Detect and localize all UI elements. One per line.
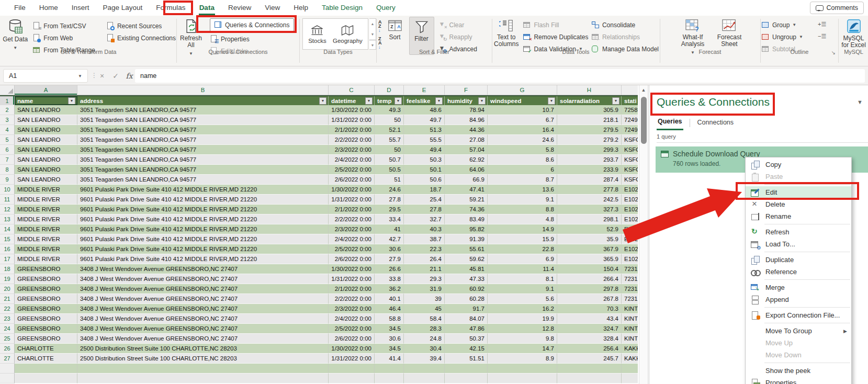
cell[interactable]: 233.9 bbox=[557, 165, 622, 175]
cell[interactable]: 9601 Pulaski Park Drive Suite 410 412 MI… bbox=[77, 195, 329, 205]
header-cell-feelslike[interactable]: feelslike▼ bbox=[404, 96, 445, 105]
row-header-27[interactable]: 27 bbox=[0, 354, 15, 364]
column-header-D[interactable]: D bbox=[375, 85, 404, 95]
cell[interactable]: 40.1 bbox=[375, 294, 404, 304]
menu-item-move-to-group[interactable]: Move To Group▶ bbox=[746, 325, 851, 337]
cell[interactable]: 47.86 bbox=[445, 324, 488, 334]
cell[interactable]: KSFC bbox=[622, 165, 638, 175]
cell[interactable]: 84.96 bbox=[445, 115, 488, 125]
row-header-14[interactable]: 14 bbox=[0, 224, 15, 234]
cell[interactable]: 3408 J West Wendover Avenue GREENSBORO,N… bbox=[77, 264, 329, 274]
comments-button[interactable]: Comments bbox=[810, 2, 864, 14]
cell[interactable]: 9.8 bbox=[488, 334, 557, 344]
cell[interactable]: 21.1 bbox=[404, 264, 445, 274]
cell[interactable]: 324.7 bbox=[557, 324, 622, 334]
filter-dropdown-icon[interactable]: ▼ bbox=[68, 97, 75, 105]
cell[interactable]: E102 bbox=[622, 234, 638, 244]
row-header-22[interactable]: 22 bbox=[0, 304, 15, 314]
row-header-8[interactable]: 8 bbox=[0, 165, 15, 175]
ungroup-button[interactable]: Ungroup ▼ bbox=[761, 31, 818, 43]
cell[interactable]: 279.2 bbox=[557, 135, 622, 145]
cell[interactable]: 50.3 bbox=[404, 155, 445, 165]
cell[interactable]: 14.9 bbox=[488, 224, 557, 234]
cell[interactable]: 3408 J West Wendover Avenue GREENSBORO,N… bbox=[77, 294, 329, 304]
cell[interactable]: 3051 Teagarden SAN LEANDRO,CA 94577 bbox=[77, 165, 329, 175]
cell[interactable]: 2/2/2022 0:00 bbox=[329, 294, 375, 304]
cell[interactable]: 293.7 bbox=[557, 155, 622, 165]
cell[interactable]: 16.4 bbox=[488, 125, 557, 135]
enter-icon[interactable]: ✓ bbox=[110, 72, 121, 80]
cell[interactable]: 9601 Pulaski Park Drive Suite 410 412 MI… bbox=[77, 234, 329, 244]
cell[interactable]: 1/30/2022 0:00 bbox=[329, 105, 375, 115]
cell[interactable]: 150.4 bbox=[557, 264, 622, 274]
cell[interactable]: 3051 Teagarden SAN LEANDRO,CA 94577 bbox=[77, 115, 329, 125]
cell[interactable]: 33.8 bbox=[375, 274, 404, 284]
header-cell-address[interactable]: address▼ bbox=[77, 96, 329, 105]
cell[interactable]: 9.1 bbox=[488, 284, 557, 294]
cell[interactable]: 41.4 bbox=[375, 354, 404, 364]
cell[interactable]: 2/5/2022 0:00 bbox=[329, 165, 375, 175]
cell[interactable]: 9.1 bbox=[488, 195, 557, 205]
cell[interactable]: 38.7 bbox=[404, 234, 445, 244]
row-header-9[interactable]: 9 bbox=[0, 175, 15, 185]
cell[interactable]: MIDDLE RIVER bbox=[15, 185, 77, 195]
filter-dropdown-icon[interactable]: ▼ bbox=[478, 97, 486, 105]
cell[interactable]: 52.1 bbox=[375, 125, 404, 135]
cell[interactable]: 22.3 bbox=[404, 244, 445, 254]
cell[interactable]: 2/3/2022 0:00 bbox=[329, 224, 375, 234]
cell[interactable]: 70.3 bbox=[557, 304, 622, 314]
cell[interactable]: 2/5/2022 0:00 bbox=[329, 244, 375, 254]
cell[interactable]: 59.21 bbox=[445, 195, 488, 205]
cell[interactable]: 50 bbox=[375, 115, 404, 125]
row-header-6[interactable]: 6 bbox=[0, 145, 15, 155]
header-cell-windspeed[interactable]: windspeed▼ bbox=[488, 96, 557, 105]
cell[interactable]: 2500 Distribution Street Suite 100 CHARL… bbox=[77, 344, 329, 354]
cell[interactable]: SAN LEANDRO bbox=[15, 115, 77, 125]
row-header-10[interactable]: 10 bbox=[0, 185, 15, 195]
row-header-7[interactable]: 7 bbox=[0, 155, 15, 165]
cell[interactable]: 26.4 bbox=[404, 254, 445, 264]
cell[interactable]: 266.4 bbox=[557, 274, 622, 284]
cell[interactable]: 1/31/2022 0:00 bbox=[329, 274, 375, 284]
cell[interactable]: 2/1/2022 0:00 bbox=[329, 284, 375, 294]
cell[interactable]: GREENSBORO bbox=[15, 314, 77, 324]
existing-connections-button[interactable]: Existing Connections bbox=[106, 32, 176, 44]
cell[interactable]: 31.9 bbox=[404, 284, 445, 294]
cell[interactable]: 78.94 bbox=[445, 105, 488, 115]
cell[interactable]: 256.4 bbox=[557, 344, 622, 354]
cell[interactable]: 28.3 bbox=[404, 324, 445, 334]
cell[interactable]: 245.7 bbox=[557, 354, 622, 364]
cell[interactable]: SAN LEANDRO bbox=[15, 175, 77, 185]
cell[interactable]: 242.5 bbox=[557, 195, 622, 205]
cell[interactable]: 5.6 bbox=[488, 294, 557, 304]
cell[interactable]: 2/4/2022 0:00 bbox=[329, 155, 375, 165]
cell[interactable]: 29.3 bbox=[404, 274, 445, 284]
cell[interactable]: SAN LEANDRO bbox=[15, 155, 77, 165]
cell[interactable]: 8.6 bbox=[488, 155, 557, 165]
menu-item-merge[interactable]: Merge bbox=[746, 281, 851, 293]
cell[interactable]: 30.4 bbox=[404, 344, 445, 354]
cell[interactable]: KSFC bbox=[622, 135, 638, 145]
cell[interactable]: 19.9 bbox=[488, 314, 557, 324]
cell[interactable]: 2/4/2022 0:00 bbox=[329, 314, 375, 324]
menu-item-rename[interactable]: Rename bbox=[746, 210, 851, 222]
cell[interactable]: KINT bbox=[622, 314, 638, 324]
cell[interactable]: 41 bbox=[375, 224, 404, 234]
filter-dropdown-icon[interactable]: ▼ bbox=[612, 97, 619, 105]
hide-detail-button[interactable]: −☰ bbox=[818, 33, 826, 40]
cell[interactable]: 55.7 bbox=[375, 135, 404, 145]
cell[interactable]: 27.9 bbox=[375, 254, 404, 264]
cell[interactable]: SAN LEANDRO bbox=[15, 135, 77, 145]
cell[interactable]: MIDDLE RIVER bbox=[15, 214, 77, 224]
cell[interactable]: 5.8 bbox=[488, 145, 557, 155]
menu-item-load-to[interactable]: Load To... bbox=[746, 238, 851, 250]
cell[interactable]: 3051 Teagarden SAN LEANDRO,CA 94577 bbox=[77, 155, 329, 165]
cell[interactable]: 6.7 bbox=[488, 115, 557, 125]
cell[interactable]: E102 bbox=[622, 195, 638, 205]
menu-item-export-connection-file[interactable]: Export Connection File... bbox=[746, 309, 851, 321]
show-detail-button[interactable]: +☰ bbox=[818, 21, 826, 28]
cell[interactable]: 26.6 bbox=[375, 264, 404, 274]
menu-item-refresh[interactable]: Refresh bbox=[746, 226, 851, 238]
cell[interactable]: MIDDLE RIVER bbox=[15, 195, 77, 205]
cell[interactable]: 52.9 bbox=[557, 224, 622, 234]
